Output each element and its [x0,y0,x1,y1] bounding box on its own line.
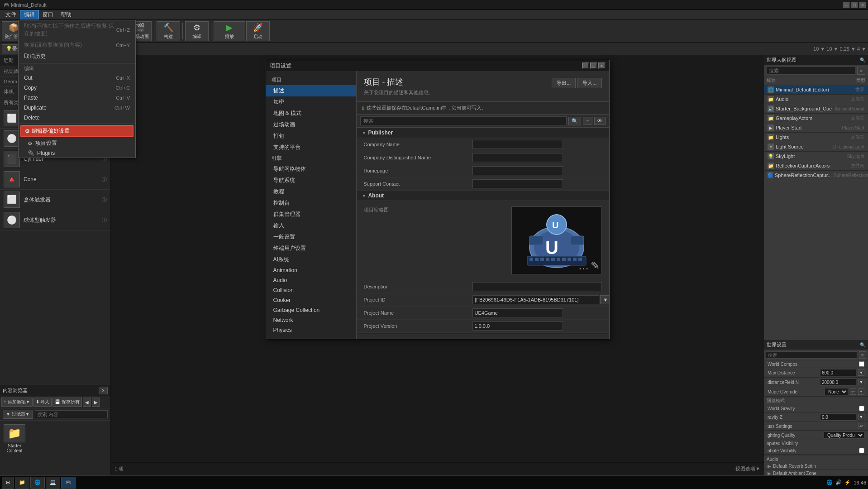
nav-animation[interactable]: Animation [266,265,356,275]
nav-navsys[interactable]: 导航系统 [266,175,356,186]
menu-help[interactable]: 帮助 [57,10,75,19]
wo-item-reflection[interactable]: 📁 ReflectionCaptureActors 文件夹 [764,161,868,171]
company-dn-input[interactable] [472,153,563,162]
taskbar-ue4[interactable]: 🎮 [61,477,76,489]
minimize-button[interactable]: − [843,2,850,8]
nav-ai[interactable]: AI系统 [266,254,356,265]
nav-gamemodes[interactable]: 地图 & 模式 [266,108,356,119]
wo-item-world[interactable]: 🌐 Minimal_Default (Editor) 世界 [764,85,868,95]
toolbar-compile[interactable]: ⚙ 编译 [185,21,209,41]
menu-file[interactable]: 文件 [2,10,20,19]
ws-mode-select[interactable]: None [825,388,848,395]
project-settings-submenu[interactable]: ⚙ 项目设置 [19,138,135,149]
shape-box-trigger[interactable]: ⬜ 盒体触发器 ⓘ [0,190,110,210]
nav-crowd[interactable]: 群集管理器 [266,209,356,220]
toolbar-play[interactable]: ▶ 播放 [214,21,245,41]
viewport[interactable]: 项目设置 − □ × 项目 描述 加密 地图 & 模式 [111,55,764,462]
shape-sphere-trigger[interactable]: ⚪ 球体型触发器 ⓘ [0,210,110,230]
project-version-input[interactable] [472,321,563,331]
eye-btn[interactable]: 👁 [594,117,606,125]
ws-mode-btn1[interactable]: ↩ [850,388,856,395]
ws-gravity-z-input[interactable] [820,413,856,421]
toolbar-build[interactable]: 🔨 构建 [157,21,180,41]
taskbar-vs[interactable]: 💻 [46,477,60,489]
nav-movies[interactable]: 过场动画 [266,119,356,130]
nav-platforms[interactable]: 支持的平台 [266,142,356,153]
editor-preferences-item[interactable]: ⚙ 编辑器偏好设置 [20,125,134,137]
recent-tab[interactable]: 近期 [4,57,14,64]
nav-description[interactable]: 描述 [266,85,356,96]
cb-import[interactable]: ⬇ 导入 [33,398,52,407]
cb-save-all[interactable]: 💾 保存所有 [52,398,82,407]
export-button[interactable]: 导出... [552,78,576,88]
cb-close[interactable]: × [99,387,108,394]
cb-search-input[interactable] [35,410,108,418]
wo-search-icon[interactable]: 🔍 [860,58,865,62]
redo-item[interactable]: 恢复(没有要恢复的内容) Ctrl+Y [19,39,135,51]
menu-edit[interactable]: 编辑 [20,10,39,19]
paste-item[interactable]: Paste Ctrl+V [19,93,135,103]
cb-add-new[interactable]: + 添加新项▼ [1,398,33,407]
wo-item-gameplay-actors[interactable]: 📁 GameplayActors 文件夹 [764,114,868,123]
nav-audio[interactable]: Audio [266,275,356,285]
wo-item-sky-light[interactable]: 💡 SkyLight SkyLight [764,152,868,161]
wo-item-audio[interactable]: 📁 Audio 文件夹 [764,95,868,104]
delete-item[interactable]: Delete [19,113,135,123]
shape-cone[interactable]: 🔺 Cone ⓘ [0,169,110,190]
nav-packaging[interactable]: 打包 [266,130,356,142]
ws-search-input[interactable] [766,351,857,359]
ws-attribute-vis-cb[interactable] [859,448,864,453]
nav-collision[interactable]: Collision [266,285,356,295]
maximize-button[interactable]: □ [851,2,858,8]
project-name-input[interactable] [472,308,563,317]
view-toggle-btn[interactable]: ≡ [583,117,592,125]
ws-mode-btn2[interactable]: + [858,388,864,395]
ws-max-dist-btn[interactable]: ▼ [858,369,864,376]
nav-navmesh[interactable]: 导航网格物体 [266,163,356,175]
project-id-input[interactable] [472,295,599,304]
ws-dist-field-btn[interactable]: ▼ [858,379,864,385]
view-options-btn[interactable]: 视图选项▼ [735,465,760,472]
ws-view-btn[interactable]: ≡ [859,351,866,359]
nav-garbage[interactable]: Garbage Collection [266,305,356,315]
ws-world-compos-cb[interactable] [859,361,864,367]
wo-item-starter-bg[interactable]: 🔊 Starter_Background_Cue AmbientSound [764,104,868,114]
ws-world-gravity-cb[interactable] [859,406,864,411]
wo-item-lights[interactable]: 📁 Lights 文件夹 [764,133,868,142]
cut-item[interactable]: Cut Ctrl+X [19,73,135,83]
undo-item[interactable]: 取消(不能在以下操作之后进行恢复:保存的地图) Ctrl+Z [19,20,135,39]
taskbar-edge[interactable]: 🌐 [30,477,45,489]
ws-max-distance-input[interactable] [820,369,856,376]
wo-item-player-start[interactable]: ▶ Player Start PlayerStart [764,123,868,133]
ws-gravity-z-btn[interactable]: ▼ [858,414,864,420]
wo-item-sphere-reflect[interactable]: 🔵 SphereReflectionCaptur... SphereReflec… [764,171,868,180]
nav-console[interactable]: 控制台 [266,197,356,209]
import-button[interactable]: 导入... [577,78,601,88]
wo-item-light-source[interactable]: ☀ Light Source DirectionalLight [764,142,868,152]
about-section-header[interactable]: ▼ About [357,191,609,201]
undo-history-item[interactable]: 取消历史 [19,51,135,62]
nav-cooker[interactable]: Cooker [266,295,356,305]
dialog-minimize[interactable]: − [582,62,589,69]
nav-network[interactable]: Network [266,315,356,325]
nav-encryption[interactable]: 加密 [266,96,356,108]
company-name-input[interactable] [472,140,563,149]
menu-window[interactable]: 窗口 [39,10,57,19]
ws-search-icon-btn[interactable]: 🔍 [860,342,865,347]
copy-item[interactable]: Copy Ctrl+C [19,83,135,93]
ws-lighting-quality-select[interactable]: Quality Production [824,431,864,439]
dialog-close[interactable]: × [598,62,606,69]
homepage-input[interactable] [472,166,563,175]
taskbar-start[interactable]: ⊞ [2,477,14,489]
nav-general[interactable]: 一般设置 [266,231,356,243]
plugins-submenu[interactable]: 🔌 Plugins [19,149,135,158]
wo-view-toggle[interactable]: ≡ [857,67,865,75]
dialog-maximize[interactable]: □ [590,62,597,69]
wo-search-input[interactable] [767,67,855,75]
close-button[interactable]: × [859,2,866,8]
description-input[interactable] [472,282,602,291]
search-icon-btn[interactable]: 🔍 [568,117,581,125]
ws-dist-field-input[interactable] [820,379,856,386]
taskbar-file-explorer[interactable]: 📁 [15,477,29,489]
project-id-dropdown-btn[interactable]: ▼ [600,295,609,304]
